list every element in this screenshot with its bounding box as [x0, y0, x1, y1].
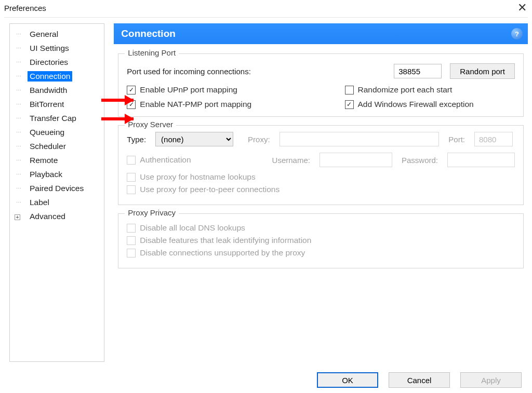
proxy-privacy-group: Proxy Privacy Disable all local DNS look… — [118, 213, 524, 268]
sidebar-item-general[interactable]: ⋯General — [10, 27, 104, 41]
disable-dns-checkbox: Disable all local DNS lookups — [127, 223, 515, 233]
sidebar-item-label: UI Settings — [28, 43, 71, 53]
sidebar-item-label: Advanced — [28, 211, 68, 222]
tree-leaf-icon: ⋯ — [10, 157, 28, 163]
disable-leak-checkbox: Disable features that leak identifying i… — [127, 236, 515, 245]
sidebar-item-label: BitTorrent — [28, 99, 66, 110]
tree-leaf-icon: ⋯ — [10, 199, 28, 205]
tree-leaf-icon: ⋯ — [10, 129, 28, 135]
proxy-host-label: Proxy: — [248, 135, 270, 144]
tree-leaf-icon: ⋯ — [10, 143, 28, 149]
sidebar-item-label: Scheduler — [28, 141, 68, 152]
proxy-type-label: Type: — [127, 135, 146, 144]
sidebar-item-label: Directories — [28, 57, 70, 67]
tree-leaf-icon: ⋯ — [10, 115, 28, 121]
cancel-button[interactable]: Cancel — [389, 372, 450, 388]
checkbox-icon — [127, 249, 136, 258]
proxy-server-group: Proxy Server Type: (none) Proxy: Port: — [118, 125, 524, 205]
checkbox-icon: ✓ — [127, 86, 136, 94]
sidebar-item-label: Label — [28, 197, 51, 208]
sidebar-item-bandwidth[interactable]: ⋯Bandwidth — [10, 83, 104, 97]
sidebar-item-scheduler[interactable]: ⋯Scheduler — [10, 139, 104, 153]
listening-port-legend: Listening Port — [125, 48, 179, 57]
checkbox-icon — [127, 185, 136, 194]
checkbox-icon — [127, 224, 136, 233]
incoming-port-input[interactable] — [394, 64, 442, 78]
tree-leaf-icon: ⋯ — [10, 185, 28, 191]
ok-button[interactable]: OK — [317, 372, 378, 388]
help-icon[interactable]: ? — [511, 28, 523, 39]
proxy-password-label: Password: — [402, 156, 438, 165]
checkbox-icon — [127, 156, 136, 165]
sidebar-item-ui-settings[interactable]: ⋯UI Settings — [10, 41, 104, 55]
sidebar-item-label: Queueing — [28, 127, 66, 138]
sidebar-item-paired-devices[interactable]: ⋯Paired Devices — [10, 181, 104, 195]
tree-leaf-icon: ⋯ — [10, 45, 28, 51]
checkbox-icon — [127, 236, 136, 245]
tree-leaf-icon: ⋯ — [10, 59, 28, 65]
preferences-window: Preferences ✕ ⋯General⋯UI Settings⋯Direc… — [0, 0, 532, 393]
annotation-arrow — [101, 99, 134, 102]
sidebar-item-connection[interactable]: ⋯Connection — [10, 69, 104, 83]
checkbox-icon — [345, 86, 354, 94]
incoming-port-label: Port used for incoming connections: — [127, 67, 250, 76]
category-sidebar: ⋯General⋯UI Settings⋯Directories⋯Connect… — [9, 23, 104, 362]
proxy-port-label: Port: — [448, 135, 465, 144]
sidebar-item-label: Remote — [28, 155, 60, 166]
sidebar-item-directories[interactable]: ⋯Directories — [10, 55, 104, 69]
proxy-host-input — [280, 132, 440, 146]
expand-icon[interactable]: + — [15, 214, 20, 220]
sidebar-item-label: Paired Devices — [28, 183, 86, 194]
sidebar-item-label: Connection — [28, 71, 72, 82]
annotation-arrow — [101, 117, 134, 120]
sidebar-item-label: Playback — [28, 169, 64, 180]
sidebar-item-playback[interactable]: ⋯Playback — [10, 167, 104, 181]
random-port-button[interactable]: Random port — [450, 63, 515, 79]
apply-button: Apply — [460, 372, 522, 388]
sidebar-item-label: General — [28, 29, 60, 39]
proxy-password-input — [447, 153, 515, 167]
content-panel: Connection ? Listening Port Port used fo… — [114, 23, 528, 362]
sidebar-item-transfer-cap[interactable]: ⋯Transfer Cap — [10, 111, 104, 125]
sidebar-item-advanced[interactable]: +Advanced — [10, 209, 104, 223]
sidebar-item-queueing[interactable]: ⋯Queueing — [10, 125, 104, 139]
window-title: Preferences — [4, 4, 46, 12]
sidebar-item-label[interactable]: ⋯Label — [10, 195, 104, 209]
tree-leaf-icon: ⋯ — [10, 31, 28, 37]
listening-port-group: Listening Port Port used for incoming co… — [118, 53, 524, 117]
natpmp-checkbox[interactable]: ✓ Enable NAT-PMP port mapping — [127, 100, 292, 109]
proxy-auth-checkbox: Authentication — [127, 155, 191, 165]
disable-unsupported-checkbox: Disable connections unsupported by the p… — [127, 248, 515, 258]
proxy-type-select[interactable]: (none) — [155, 132, 233, 146]
randomize-port-checkbox[interactable]: Randomize port each start — [345, 85, 515, 94]
panel-header: Connection ? — [114, 23, 528, 44]
tree-leaf-icon: ⋯ — [10, 171, 28, 177]
checkbox-icon: ✓ — [345, 100, 354, 109]
tree-leaf-icon: ⋯ — [10, 101, 28, 107]
proxy-port-input — [474, 132, 513, 146]
proxy-p2p-checkbox: Use proxy for peer-to-peer connections — [127, 185, 515, 194]
proxy-privacy-legend: Proxy Privacy — [125, 208, 179, 217]
sidebar-item-remote[interactable]: ⋯Remote — [10, 153, 104, 167]
firewall-checkbox[interactable]: ✓ Add Windows Firewall exception — [345, 100, 515, 109]
proxy-username-label: Username: — [272, 156, 310, 165]
dialog-footer: OK Cancel Apply — [317, 372, 522, 388]
titlebar-separator — [4, 17, 528, 18]
sidebar-item-label: Transfer Cap — [28, 113, 78, 124]
sidebar-item-bittorrent[interactable]: ⋯BitTorrent — [10, 97, 104, 111]
panel-title: Connection — [121, 28, 176, 39]
titlebar: Preferences ✕ — [0, 0, 532, 16]
close-icon[interactable]: ✕ — [517, 2, 527, 13]
checkbox-icon — [127, 173, 136, 182]
upnp-checkbox[interactable]: ✓ Enable UPnP port mapping — [127, 85, 292, 94]
tree-leaf-icon: ⋯ — [10, 73, 28, 79]
proxy-hostname-lookup-checkbox: Use proxy for hostname lookups — [127, 172, 515, 182]
proxy-username-input — [320, 153, 392, 167]
tree-leaf-icon: ⋯ — [10, 87, 28, 93]
sidebar-item-label: Bandwidth — [28, 85, 69, 96]
